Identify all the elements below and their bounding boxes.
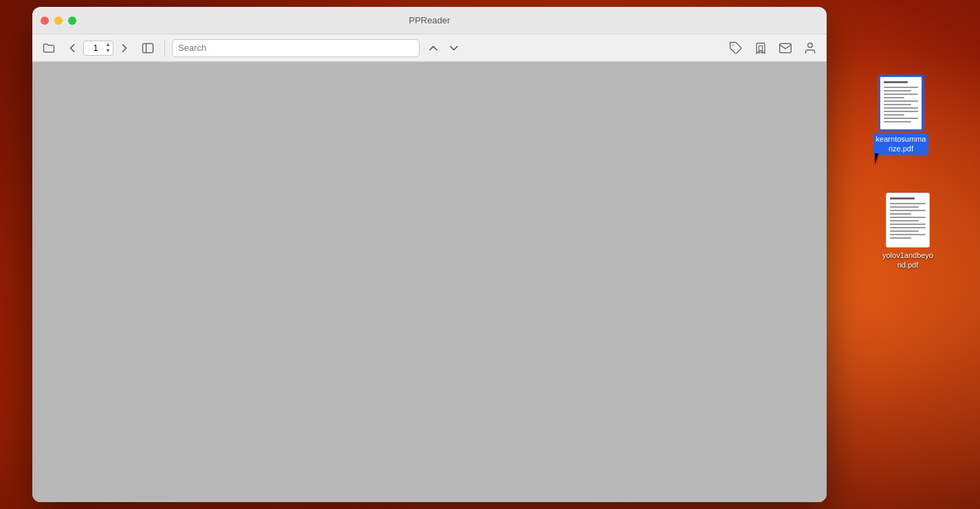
thumb2-line-4 xyxy=(890,213,911,215)
thumb2-line-3 xyxy=(890,210,926,211)
bookmarks-button[interactable] xyxy=(751,39,770,58)
desktop-icon-label-2: yolov1andbeyond.pdf xyxy=(880,250,935,270)
toolbar: ▲ ▼ xyxy=(32,34,827,62)
chevron-right-icon xyxy=(118,41,131,55)
pdf-thumbnail-2 xyxy=(886,193,930,248)
minimize-button[interactable] xyxy=(54,17,63,25)
desktop-icon-label-1: kearntosummarize.pdf xyxy=(873,133,928,155)
search-input[interactable] xyxy=(172,39,420,57)
thumb-line-11 xyxy=(884,121,911,122)
profile-icon xyxy=(803,41,817,55)
thumb2-line-2 xyxy=(890,206,919,208)
page-number-input[interactable] xyxy=(86,43,105,53)
thumb-line-3 xyxy=(884,94,918,95)
pdf-content-area xyxy=(32,62,827,502)
thumb-line-7 xyxy=(884,107,918,109)
email-button[interactable] xyxy=(776,39,795,58)
profile-button[interactable] xyxy=(801,39,820,58)
maximize-button[interactable] xyxy=(68,17,76,25)
search-next-button[interactable] xyxy=(444,39,464,58)
thumb-line-1 xyxy=(884,87,918,88)
next-page-button[interactable] xyxy=(115,39,134,58)
email-icon xyxy=(778,41,792,55)
thumb-header-line xyxy=(884,81,908,83)
chevron-left-icon xyxy=(65,41,79,55)
right-toolbar xyxy=(726,39,820,58)
open-folder-button[interactable] xyxy=(39,39,58,58)
close-button[interactable] xyxy=(41,17,49,25)
thumb-line-6 xyxy=(884,104,911,105)
thumb-line-9 xyxy=(884,114,904,116)
toolbar-separator xyxy=(164,40,165,56)
window-controls xyxy=(41,17,76,25)
thumb2-line-8 xyxy=(890,227,926,228)
thumb-line-10 xyxy=(884,118,918,119)
ppreader-window: PPReader ▲ ▼ xyxy=(32,7,827,502)
thumb-line-8 xyxy=(884,111,918,112)
bookmarks-icon xyxy=(754,41,767,55)
pdf-thumbnail-1 xyxy=(879,76,923,131)
page-navigation: ▲ ▼ xyxy=(63,39,134,58)
prev-page-button[interactable] xyxy=(63,39,82,58)
thumb2-line-11 xyxy=(890,237,911,239)
page-spinners: ▲ ▼ xyxy=(105,42,111,54)
svg-rect-0 xyxy=(142,43,153,52)
tag-button[interactable] xyxy=(726,39,745,58)
chevron-up-icon xyxy=(426,41,440,55)
page-down-button[interactable]: ▼ xyxy=(105,48,111,54)
thumb2-header-line xyxy=(890,197,915,199)
chevron-down-icon xyxy=(447,41,461,55)
search-navigation xyxy=(424,39,464,58)
thumb-line-2 xyxy=(884,90,911,91)
thumb2-line-7 xyxy=(890,224,926,225)
desktop-icon-2[interactable]: yolov1andbeyond.pdf xyxy=(880,193,935,270)
thumb2-line-5 xyxy=(890,217,926,218)
toggle-sidebar-button[interactable] xyxy=(138,39,157,58)
thumb2-line-6 xyxy=(890,220,919,221)
thumbnail-lines-2 xyxy=(886,193,929,247)
sidebar-icon xyxy=(141,41,155,55)
titlebar: PPReader xyxy=(32,7,827,34)
thumbnail-lines-1 xyxy=(880,77,922,129)
thumb2-line-1 xyxy=(890,203,926,204)
search-prev-button[interactable] xyxy=(424,39,443,58)
folder-icon xyxy=(42,41,56,55)
page-input-wrapper: ▲ ▼ xyxy=(83,41,113,56)
desktop-icon-1[interactable]: kearntosummarize.pdf xyxy=(873,76,928,155)
svg-point-3 xyxy=(808,43,813,47)
thumb2-line-9 xyxy=(890,230,919,232)
tag-icon xyxy=(729,41,743,55)
thumb-line-5 xyxy=(884,100,918,102)
thumb2-line-10 xyxy=(890,234,926,235)
thumb-line-4 xyxy=(884,97,904,98)
window-title: PPReader xyxy=(409,15,450,25)
